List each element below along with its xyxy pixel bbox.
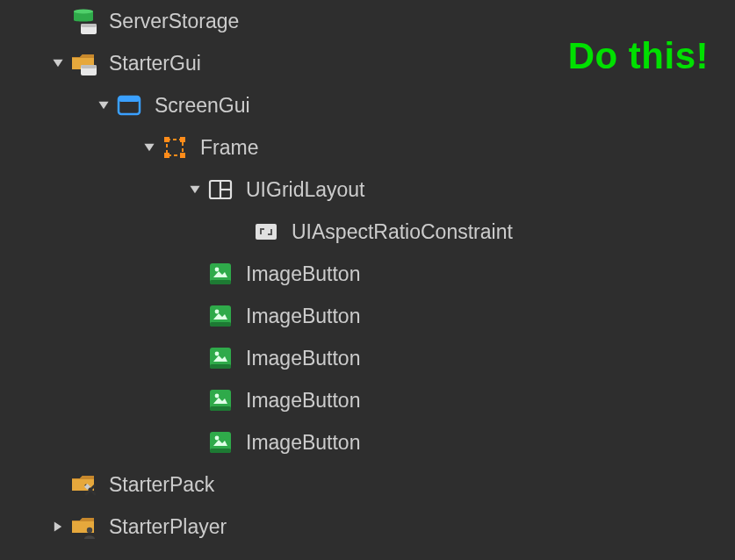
svg-point-24 <box>215 352 220 356</box>
svg-rect-20 <box>210 322 231 327</box>
expand-arrow[interactable] <box>91 99 116 111</box>
svg-rect-6 <box>119 97 140 102</box>
tree-label: StarterGui <box>109 52 201 75</box>
tree-label: UIAspectRatioConstraint <box>292 220 513 244</box>
svg-rect-11 <box>180 153 185 158</box>
tree-row-uiaspectratioconstraint[interactable]: UIAspectRatioConstraint <box>0 211 735 253</box>
svg-rect-8 <box>164 137 169 142</box>
tree-label: ImageButton <box>246 305 360 328</box>
imagebutton-icon <box>207 429 234 456</box>
svg-rect-26 <box>210 406 231 411</box>
svg-rect-23 <box>210 364 231 369</box>
starterplayer-icon <box>70 513 97 540</box>
tree-label: StarterPack <box>109 473 214 497</box>
svg-point-18 <box>215 268 220 272</box>
screengui-icon <box>116 92 142 118</box>
tree-label: ServerStorage <box>109 10 239 33</box>
svg-point-21 <box>215 310 220 314</box>
svg-point-0 <box>74 10 93 14</box>
tree-label: ImageButton <box>246 431 360 455</box>
explorer-tree: Do this! ServerStorage <box>0 0 735 548</box>
svg-point-27 <box>215 394 220 398</box>
imagebutton-icon <box>207 387 234 413</box>
tree-row-imagebutton[interactable]: ImageButton <box>0 295 735 337</box>
serverstorage-icon <box>70 8 97 34</box>
annotation-text: Do this! <box>568 35 709 77</box>
tree-row-imagebutton[interactable]: ImageButton <box>0 379 735 421</box>
tree-label: StarterPlayer <box>109 515 227 539</box>
tree-label: UIGridLayout <box>246 178 365 202</box>
tree-label: Frame <box>200 136 258 160</box>
tree-row-screengui[interactable]: ScreenGui <box>0 84 735 126</box>
tree-row-starterplayer[interactable]: StarterPlayer <box>0 506 735 548</box>
tree-row-starterpack[interactable]: StarterPack <box>0 463 735 506</box>
tree-row-imagebutton[interactable]: ImageButton <box>0 337 735 379</box>
tree-label: ImageButton <box>246 389 360 413</box>
svg-rect-10 <box>164 153 169 158</box>
svg-rect-29 <box>210 449 231 453</box>
svg-rect-2 <box>81 24 97 27</box>
uigridlayout-icon <box>207 176 234 203</box>
frame-icon <box>162 134 188 161</box>
imagebutton-icon <box>207 345 234 371</box>
expand-arrow[interactable] <box>46 521 70 533</box>
svg-point-32 <box>87 528 92 533</box>
imagebutton-icon <box>207 261 234 287</box>
svg-point-30 <box>215 436 220 441</box>
expand-arrow[interactable] <box>183 183 207 196</box>
imagebutton-icon <box>207 303 234 329</box>
svg-rect-17 <box>210 280 231 284</box>
startergui-icon <box>70 50 97 76</box>
tree-row-uigridlayout[interactable]: UIGridLayout <box>0 169 735 211</box>
expand-arrow[interactable] <box>46 57 70 69</box>
expand-arrow[interactable] <box>137 141 162 154</box>
tree-row-imagebutton[interactable]: ImageButton <box>0 421 735 463</box>
tree-label: ScreenGui <box>155 94 250 118</box>
tree-label: ImageButton <box>246 262 360 286</box>
starterpack-icon <box>70 471 97 498</box>
svg-rect-15 <box>256 224 277 240</box>
tree-row-imagebutton[interactable]: ImageButton <box>0 253 735 295</box>
svg-rect-4 <box>81 65 97 68</box>
uiaspectratioconstraint-icon <box>253 219 279 245</box>
svg-rect-9 <box>180 137 185 142</box>
tree-label: ImageButton <box>246 347 360 370</box>
tree-row-frame[interactable]: Frame <box>0 126 735 169</box>
